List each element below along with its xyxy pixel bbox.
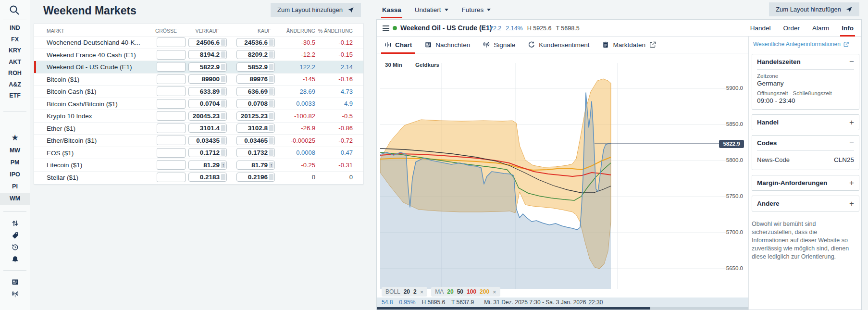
tab-alarm[interactable]: Alarm xyxy=(812,20,829,37)
workspace-tab-kassa[interactable]: Kassa xyxy=(382,0,401,19)
table-row[interactable]: Krypto 10 Index20045.2320125.23-100.82-0… xyxy=(34,110,363,122)
table-row[interactable]: Weekend France 40 Cash (E1)8194.28209.2-… xyxy=(34,49,363,61)
expand-icon[interactable]: + xyxy=(849,199,854,208)
size-input[interactable] xyxy=(157,62,186,72)
expand-icon[interactable]: + xyxy=(849,179,854,187)
buy-price-button[interactable]: 8209.2 xyxy=(236,50,275,59)
workspace-tab-futures[interactable]: Futures xyxy=(462,0,491,19)
buy-price-button[interactable]: 0.2196 xyxy=(236,173,275,182)
sidebar-item-ind[interactable]: IND xyxy=(0,23,30,34)
sidebar-item-fx[interactable]: FX xyxy=(0,34,30,46)
tab-info[interactable]: Info xyxy=(842,20,854,37)
collapse-icon[interactable]: − xyxy=(849,139,854,147)
info-section-header[interactable]: Andere+ xyxy=(757,196,854,211)
bell-icon[interactable] xyxy=(0,253,30,265)
add-to-layout-button[interactable]: Zum Layout hinzufügen xyxy=(769,2,859,16)
chart-tab-marktdaten[interactable]: Marktdaten xyxy=(602,37,657,53)
sell-price-button[interactable]: 633.89 xyxy=(188,87,227,96)
search-icon[interactable] xyxy=(9,4,20,16)
broadcast-icon[interactable] xyxy=(0,288,30,300)
history-icon[interactable] xyxy=(0,241,30,253)
news-icon[interactable] xyxy=(0,276,30,288)
sell-price-button[interactable]: 89900 xyxy=(188,74,227,84)
sell-price-button[interactable]: 0.2183 xyxy=(188,173,227,182)
chart-tab-chart[interactable]: Chart xyxy=(384,37,412,53)
sell-price-button[interactable]: 24506.6 xyxy=(188,38,227,47)
sell-price-button[interactable]: 81.29↑ xyxy=(188,161,227,170)
buy-price-button[interactable]: 0.03465 xyxy=(236,136,275,145)
sell-price-button[interactable]: 3101.4 xyxy=(188,124,227,133)
chart-tab-kundensentiment[interactable]: Kundensentiment xyxy=(528,37,589,53)
sell-price-button[interactable]: 0.03435 xyxy=(188,136,227,145)
buy-price-button[interactable]: 636.69 xyxy=(236,87,275,96)
key-information-link[interactable]: Wesentliche Anlegerinformationen xyxy=(753,41,849,48)
chart-tab-nachrichten[interactable]: Nachrichten xyxy=(424,37,470,53)
size-input[interactable] xyxy=(157,148,186,158)
buy-price-button[interactable]: 3102.8 xyxy=(236,124,275,133)
size-input[interactable] xyxy=(157,124,186,133)
table-row[interactable]: Bitcoin ($1)8990089976-145-0.16 xyxy=(34,73,363,86)
tab-handel[interactable]: Handel xyxy=(750,20,771,37)
size-input[interactable] xyxy=(157,50,186,60)
tab-order[interactable]: Order xyxy=(783,20,800,37)
size-input[interactable] xyxy=(157,173,186,182)
sidebar-item-roh[interactable]: ROH xyxy=(0,68,30,79)
collapse-icon[interactable]: − xyxy=(849,58,854,66)
sidebar-item-pi[interactable]: PI xyxy=(0,181,30,193)
table-row[interactable]: Bitcoin Cash/Bitcoin ($1)0.07040.07080.0… xyxy=(34,98,363,110)
close-icon[interactable]: × xyxy=(420,288,424,296)
swap-icon[interactable] xyxy=(0,217,30,229)
sell-price-button[interactable]: 8194.2 xyxy=(188,50,227,59)
sidebar-item-wm[interactable]: WM xyxy=(0,193,30,205)
sell-price-button[interactable]: 20045.23 xyxy=(188,112,227,121)
table-row[interactable]: Weekend Oil - US Crude (E1)5822.95852.91… xyxy=(34,61,363,73)
sidebar-item-pm[interactable]: PM xyxy=(0,157,30,169)
close-icon[interactable]: × xyxy=(493,288,496,296)
indicator-chip-boll[interactable]: BOLL202× xyxy=(382,287,427,297)
workspace-tab-undatiert[interactable]: Undatiert xyxy=(415,0,448,19)
info-section-header[interactable]: Margin-Anforderungen+ xyxy=(757,175,854,190)
buy-price-button[interactable]: 81.79↑ xyxy=(236,161,275,170)
buy-price-button[interactable]: 89976 xyxy=(236,74,275,84)
size-input[interactable] xyxy=(157,136,186,145)
chart-scrollbar[interactable] xyxy=(377,307,748,310)
info-section-header[interactable]: Handelszeiten− xyxy=(757,54,854,69)
table-row[interactable]: Ether ($1)3101.43102.8-26.9-0.86 xyxy=(34,122,363,135)
size-input[interactable] xyxy=(157,111,186,121)
buy-price-button[interactable]: 5852.9 xyxy=(236,62,275,72)
chart-scrollbar-thumb[interactable] xyxy=(377,307,650,310)
sell-price-button[interactable]: 0.0704 xyxy=(188,99,227,108)
table-row[interactable]: Stellar ($1)0.21830.219600 xyxy=(34,171,363,184)
size-input[interactable] xyxy=(157,87,186,96)
sidebar-item-az[interactable]: A&Z xyxy=(0,79,30,91)
table-row[interactable]: Bitcoin Cash ($1)633.89636.6928.694.73 xyxy=(34,85,363,98)
table-row[interactable]: Litecoin ($1)81.29↑81.79↑-0.25-0.31 xyxy=(34,159,363,171)
menu-icon[interactable] xyxy=(383,25,389,32)
buy-price-button[interactable]: 24536.6 xyxy=(236,38,275,47)
size-input[interactable] xyxy=(157,74,186,84)
favorites-star-icon[interactable]: ★ xyxy=(0,133,30,143)
sidebar-item-kry[interactable]: KRY xyxy=(0,45,30,57)
chart-tab-signale[interactable]: Signale xyxy=(483,37,515,53)
indicator-chip-ma[interactable]: MA2050100200× xyxy=(431,287,500,297)
buy-price-button[interactable]: 20125.23 xyxy=(236,112,275,121)
size-input[interactable] xyxy=(157,99,186,109)
status-range-end[interactable]: 22:30 xyxy=(588,299,603,306)
buy-price-button[interactable]: 0.0708 xyxy=(236,99,275,108)
sell-price-button[interactable]: 0.1712 xyxy=(188,148,227,157)
expand-icon[interactable]: + xyxy=(849,118,854,126)
table-row[interactable]: EOS ($1)0.17120.17320.00080.47 xyxy=(34,147,363,159)
info-section-header[interactable]: Codes− xyxy=(757,136,854,150)
size-input[interactable] xyxy=(157,37,186,47)
table-row[interactable]: Wochenend-Deutschland 40-K...24506.62453… xyxy=(34,36,363,49)
add-to-layout-button[interactable]: Zum Layout hinzufügen xyxy=(271,3,361,17)
sidebar-item-akt[interactable]: AKT xyxy=(0,57,30,68)
buy-price-button[interactable]: 0.1732 xyxy=(236,148,275,157)
size-input[interactable] xyxy=(157,160,186,170)
sidebar-item-etf[interactable]: ETF xyxy=(0,90,30,102)
table-row[interactable]: Ether/Bitcoin ($1)0.034350.03465-0.00025… xyxy=(34,134,363,147)
sidebar-item-mw[interactable]: MW xyxy=(0,145,30,157)
tag-icon[interactable] xyxy=(0,229,30,241)
price-chart[interactable] xyxy=(380,63,729,289)
sell-price-button[interactable]: 5822.9 xyxy=(188,62,227,72)
